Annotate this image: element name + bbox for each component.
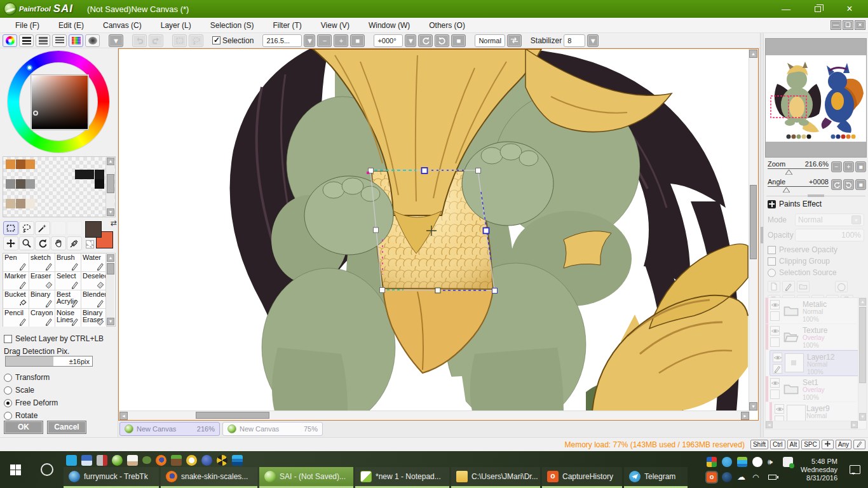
firefox-icon[interactable]	[156, 455, 166, 466]
brush-binary-eraser[interactable]: Binary Eraser	[81, 309, 107, 327]
scroll-up-icon[interactable]: ▲	[107, 158, 114, 165]
sai-shortcut-icon[interactable]	[112, 455, 123, 466]
brush-marker[interactable]: Marker	[3, 272, 29, 290]
ctrl-key-button[interactable]: Ctrl	[770, 440, 785, 449]
layers-vertical-scrollbar[interactable]: ▲ ▼	[858, 298, 866, 421]
taskbar-app-telegram[interactable]: Telegram	[624, 467, 688, 488]
minimize-button[interactable]: —	[779, 3, 793, 15]
swatch-panel-button[interactable]	[69, 34, 83, 47]
layer-row-layer12-selected[interactable]: Layer12 Normal 100%	[770, 350, 860, 376]
swatch-grid[interactable]: ▲ ▼	[3, 156, 116, 217]
layer-row-set1[interactable]: Set1 Overlay 100%	[766, 376, 857, 402]
radio-rotate[interactable]	[4, 412, 12, 420]
panel-divider[interactable]	[766, 196, 865, 196]
nav-rotate-cw-button[interactable]	[843, 179, 854, 190]
brush-scrollbar[interactable]: ▲ ▼	[105, 254, 114, 325]
onedrive-icon[interactable]: ☁	[737, 472, 747, 482]
defender-icon[interactable]	[783, 457, 793, 467]
taskbar-app-sai[interactable]: SAI - (Not Saved)...	[259, 467, 353, 488]
brush-sketch[interactable]: sketch	[29, 254, 55, 272]
layer-paint-toggle[interactable]	[773, 364, 782, 374]
blue-dragon-icon[interactable]	[201, 455, 212, 466]
brush-bucket[interactable]: Bucket	[3, 290, 29, 309]
brush-crayon[interactable]: Crayon	[29, 309, 55, 327]
swatch[interactable]	[95, 179, 104, 189]
scroll-up-icon[interactable]: ▲	[107, 254, 114, 262]
layer-visibility-toggle[interactable]	[770, 326, 780, 336]
brush-eraser[interactable]: Eraser	[29, 272, 55, 290]
turtle-icon[interactable]	[142, 456, 151, 464]
zoom-out-button[interactable]: −	[317, 34, 332, 47]
bluestacks-tray-icon[interactable]	[737, 457, 747, 467]
scroll-up-icon[interactable]: ▲	[749, 50, 757, 58]
menu-file[interactable]: File (F)	[6, 19, 48, 32]
nav-zoom-in-button[interactable]: +	[843, 161, 854, 172]
castle-game-icon[interactable]	[97, 455, 107, 466]
brush-select[interactable]: Select	[55, 272, 81, 290]
tool-lasso[interactable]	[19, 221, 34, 235]
zoom-dropdown-button[interactable]: ▼	[304, 34, 315, 47]
cortana-button[interactable]	[31, 451, 64, 488]
shift-key-button[interactable]: Shift	[750, 440, 768, 449]
cancel-button[interactable]: Cancel	[47, 421, 86, 434]
redo-button[interactable]	[149, 34, 163, 47]
canvas-vertical-scrollbar[interactable]: ▲ ▼	[749, 49, 758, 411]
transparent-color-button[interactable]	[86, 240, 94, 248]
scratchpad-panel-button[interactable]	[85, 34, 100, 47]
angle-reset-button[interactable]: ■	[451, 34, 466, 47]
layer-row-texture[interactable]: Texture Overlay 100%	[766, 324, 857, 350]
swatch[interactable]	[16, 159, 25, 169]
scroll-up-icon[interactable]: ▲	[859, 298, 866, 306]
navigator-angle-slider[interactable]: Angle +0008	[768, 178, 829, 192]
avg-icon[interactable]	[707, 457, 717, 467]
new-layer-button[interactable]	[768, 281, 780, 292]
stabilizer-value-field[interactable]: 8	[564, 34, 585, 47]
tool-rotate-canvas[interactable]	[35, 236, 50, 250]
canvas-artwork[interactable]	[119, 49, 749, 411]
scroll-thumb[interactable]	[196, 412, 269, 419]
bluestacks-icon[interactable]	[232, 455, 243, 466]
mask-button[interactable]: ◯	[835, 281, 848, 292]
taskbar-app-furrymuck[interactable]: furrymuck - TrebTk	[64, 467, 159, 488]
menu-view[interactable]: View (V)	[312, 19, 358, 32]
select-layer-checkbox[interactable]	[4, 335, 12, 343]
tool-move[interactable]	[3, 236, 18, 250]
tool-rect-select[interactable]	[3, 221, 18, 235]
menu-canvas[interactable]: Canvas (C)	[94, 19, 151, 32]
saturation-value-square[interactable]	[31, 75, 88, 130]
swatch[interactable]	[16, 199, 25, 208]
volume-icon[interactable]: 🕪	[768, 457, 778, 467]
layer-visibility-toggle[interactable]	[770, 378, 780, 388]
menu-others[interactable]: Others (O)	[420, 19, 474, 32]
swatch[interactable]	[16, 179, 25, 189]
alt-key-button[interactable]: Alt	[787, 440, 800, 449]
layers-horizontal-scrollbar[interactable]: ◄ ►	[766, 421, 858, 429]
scroll-right-icon[interactable]: ►	[741, 412, 749, 420]
brush-water[interactable]: Water	[81, 254, 107, 272]
capture-tray-icon[interactable]: o	[707, 472, 717, 482]
sv-cursor[interactable]	[33, 111, 38, 116]
brush-pen[interactable]: Pen	[3, 254, 29, 272]
preserve-opacity-checkbox[interactable]	[768, 246, 776, 254]
layer-visibility-toggle[interactable]	[773, 353, 782, 362]
navigator-zoom-slider[interactable]: Zoom 216.6%	[768, 160, 829, 174]
undo-button[interactable]	[132, 34, 147, 47]
battery-icon[interactable]	[768, 472, 778, 482]
rgb-slider-panel-button[interactable]	[19, 34, 34, 47]
navigator[interactable]	[765, 38, 867, 158]
layer-link-toggle[interactable]	[770, 390, 780, 399]
scroll-left-icon[interactable]: ◄	[766, 421, 773, 428]
stabilizer-dropdown-button[interactable]: ▼	[587, 34, 599, 47]
start-button[interactable]	[0, 451, 31, 488]
tool-eyedropper[interactable]	[67, 236, 82, 250]
selection-checkbox[interactable]	[212, 36, 220, 44]
swatch[interactable]	[25, 199, 35, 208]
view-mode-button[interactable]: Normal	[475, 34, 505, 47]
brush-pencil[interactable]: Pencil	[3, 309, 29, 327]
new-layer-set-button[interactable]	[797, 281, 810, 292]
tool-zoom[interactable]	[19, 236, 34, 250]
swatch[interactable]	[95, 170, 104, 179]
taskbar-app-capturehistory[interactable]: o CaptureHistory	[542, 467, 622, 488]
telegram-tray-icon[interactable]	[722, 457, 732, 467]
rotate-ccw-button[interactable]	[418, 34, 433, 47]
